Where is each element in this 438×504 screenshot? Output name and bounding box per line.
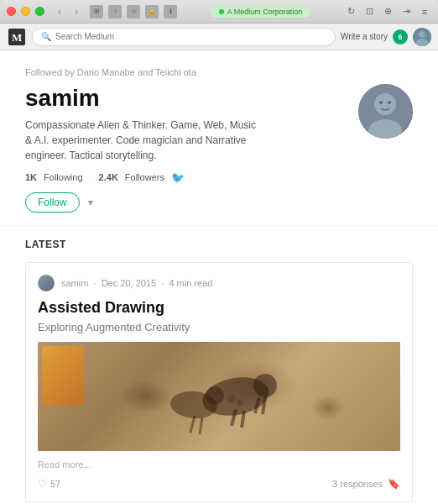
article-image-1	[38, 342, 400, 451]
article-author-1: samim	[61, 278, 88, 288]
follow-dropdown-button[interactable]: ▾	[85, 197, 96, 208]
profile-stats: 1K Following · 2.4K Followers 🐦	[25, 171, 358, 184]
article-subtitle-1: Exploring Augmented Creativity	[38, 321, 400, 333]
heart-icon-1: ♡	[38, 478, 47, 490]
svg-point-21	[227, 395, 236, 403]
forward-button[interactable]: ›	[70, 5, 83, 18]
article-footer-1: ♡ 57 3 responses 🔖	[38, 478, 400, 490]
followers-label: Followers	[125, 172, 164, 182]
tb-icon-2[interactable]: ↑	[108, 5, 122, 18]
followers-count: 2.4K	[99, 172, 118, 182]
article-meta-text-1: samim · Dec 20, 2015 · 4 min read	[61, 278, 212, 288]
profile-info: samim Compassionate Alien & Thinker. Gam…	[25, 84, 358, 213]
user-avatar-small[interactable]	[413, 28, 431, 46]
likes-count-1: 57	[50, 479, 60, 489]
bookmark-icon-1: 🔖	[388, 478, 400, 490]
twitter-icon[interactable]: 🐦	[171, 171, 185, 184]
follow-button[interactable]: Follow	[25, 192, 80, 213]
svg-point-9	[388, 101, 391, 104]
reload-icon[interactable]: ↻	[344, 5, 357, 18]
profile-bio: Compassionate Alien & Thinker. Game, Web…	[25, 118, 260, 163]
maximize-button[interactable]	[35, 7, 44, 16]
read-more-1[interactable]: Read more...	[38, 459, 400, 470]
titlebar-center: A Medium Corporation	[177, 6, 344, 18]
article-meta-1: samim · Dec 20, 2015 · 4 min read	[38, 275, 400, 291]
svg-point-8	[379, 101, 383, 104]
follow-actions: Follow ▾	[25, 192, 358, 213]
page-content: Followed by Dario Manabe and Teiichi ota…	[0, 50, 438, 504]
secure-dot	[219, 9, 224, 14]
profile-section: Followed by Dario Manabe and Teiichi ota…	[0, 50, 438, 226]
traffic-lights	[7, 7, 44, 16]
write-story-label[interactable]: Write a story	[341, 32, 388, 41]
write-story-area: Write a story 6	[341, 28, 431, 46]
tb-right-5[interactable]: ≡	[418, 5, 431, 18]
article-card-1: samim · Dec 20, 2015 · 4 min read Assist…	[25, 262, 413, 502]
nav-buttons: ‹ ›	[53, 5, 83, 18]
tb-icon-1[interactable]: ⊞	[90, 5, 103, 18]
site-title: A Medium Corporation	[227, 8, 303, 16]
followed-by-text: Followed by Dario Manabe and Teiichi ota	[25, 67, 413, 77]
article-responses-1[interactable]: 3 responses 🔖	[332, 478, 400, 490]
svg-point-22	[237, 399, 243, 406]
following-label: Following	[44, 172, 82, 182]
notification-badge[interactable]: 6	[393, 29, 408, 45]
article-title-1[interactable]: Assisted Drawing	[38, 298, 400, 318]
responses-text-1: 3 responses	[332, 479, 383, 489]
svg-point-3	[419, 31, 425, 38]
following-count: 1K	[25, 172, 37, 182]
article-read-time-1: 4 min read	[169, 278, 212, 288]
tb-icon-3[interactable]: ☆	[127, 5, 140, 18]
svg-point-6	[374, 93, 396, 115]
svg-line-19	[190, 416, 195, 433]
tb-right-3[interactable]: ⊕	[381, 5, 394, 18]
browser-window: ‹ › ⊞ ↑ ☆ 🔒 ℹ A Medium Corporation ↻ ⊡ ⊕…	[0, 0, 438, 504]
tb-icon-4[interactable]: 🔒	[145, 5, 159, 18]
titlebar: ‹ › ⊞ ↑ ☆ 🔒 ℹ A Medium Corporation ↻ ⊡ ⊕…	[0, 0, 438, 24]
svg-point-12	[253, 374, 277, 397]
article-likes-1[interactable]: ♡ 57	[38, 478, 60, 490]
svg-point-18	[206, 386, 224, 405]
latest-section: Latest samim · Dec 20, 2015 · 4 min read…	[0, 226, 438, 504]
svg-line-20	[200, 417, 202, 434]
profile-name: samim	[25, 84, 358, 113]
site-badge: A Medium Corporation	[211, 6, 311, 18]
search-input[interactable]	[55, 32, 326, 41]
browser-toolbar: M 🔍 Write a story 6	[0, 24, 438, 50]
search-icon: 🔍	[41, 32, 51, 41]
share-icon[interactable]: ⊡	[362, 5, 376, 18]
search-bar[interactable]: 🔍	[32, 28, 336, 46]
minimize-button[interactable]	[21, 7, 30, 16]
titlebar-right-controls: ↻ ⊡ ⊕ ⇥ ≡	[344, 5, 431, 18]
article-date-1: Dec 20, 2015	[102, 278, 156, 288]
profile-avatar	[358, 84, 413, 139]
tb-icon-5[interactable]: ℹ	[164, 5, 177, 18]
tb-right-4[interactable]: ⇥	[399, 5, 413, 18]
cave-painting-bg	[38, 342, 400, 451]
close-button[interactable]	[7, 7, 16, 16]
svg-text:M: M	[12, 31, 22, 44]
profile-header: samim Compassionate Alien & Thinker. Gam…	[25, 84, 413, 213]
author-avatar-1	[38, 275, 55, 291]
back-button[interactable]: ‹	[53, 5, 66, 18]
medium-logo: M	[7, 27, 27, 47]
section-title: Latest	[25, 239, 413, 250]
toolbar-icons: ⊞ ↑ ☆ 🔒 ℹ	[90, 5, 177, 18]
